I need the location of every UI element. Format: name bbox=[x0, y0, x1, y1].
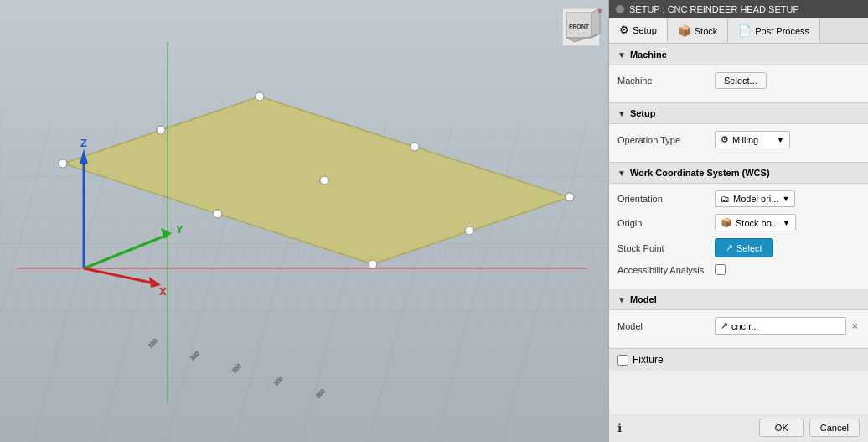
fixture-checkbox[interactable] bbox=[617, 355, 628, 366]
select-label: Select bbox=[736, 243, 762, 253]
machine-label: Machine bbox=[617, 75, 710, 86]
svg-point-5 bbox=[59, 159, 67, 168]
svg-point-8 bbox=[369, 260, 377, 268]
model-arrow-icon: ▼ bbox=[617, 295, 626, 304]
setup-section-header[interactable]: ▼ Setup bbox=[609, 102, 868, 124]
orientation-value: Model ori... bbox=[733, 194, 778, 204]
milling-icon: ⚙ bbox=[721, 134, 729, 145]
origin-caret-icon: ▼ bbox=[783, 219, 790, 227]
svg-point-6 bbox=[256, 92, 264, 101]
operation-type-caret-icon: ▼ bbox=[777, 136, 784, 144]
select-icon: ↗ bbox=[726, 242, 733, 253]
machine-control: Select... bbox=[715, 72, 860, 89]
orientation-row: Orientation 🗂 Model ori... ▼ bbox=[617, 190, 860, 207]
model-control: ↗ cnc r... × bbox=[715, 317, 860, 335]
ok-button[interactable]: OK bbox=[759, 419, 804, 437]
tab-bar: ⚙ Setup 📦 Stock 📄 Post Process bbox=[609, 18, 868, 44]
wcs-arrow-icon: ▼ bbox=[617, 169, 626, 178]
svg-point-13 bbox=[320, 176, 328, 185]
panel-titlebar: SETUP : CNC REINDEER HEAD SETUP bbox=[609, 0, 868, 18]
cancel-button[interactable]: Cancel bbox=[809, 419, 860, 437]
origin-icon: 📦 bbox=[721, 217, 732, 228]
model-section-title: Model bbox=[630, 294, 657, 304]
operation-type-row: Operation Type ⚙ Milling ▼ bbox=[617, 131, 860, 148]
bottom-actions: OK Cancel bbox=[759, 419, 860, 437]
setup-section-title: Setup bbox=[630, 108, 656, 118]
operation-type-control: ⚙ Milling ▼ bbox=[715, 131, 860, 148]
wcs-section-content: Orientation 🗂 Model ori... ▼ Origin 📦 St… bbox=[609, 184, 868, 289]
operation-type-value: Milling bbox=[732, 135, 758, 145]
3d-viewport[interactable]: Z Y X 150 200 250 300 350 FRONT × bbox=[0, 0, 608, 442]
accessibility-analysis-control bbox=[715, 264, 860, 275]
tab-setup-label: Setup bbox=[633, 25, 657, 35]
tab-post-process-label: Post Process bbox=[755, 26, 809, 36]
model-section-content: Model ↗ cnc r... × bbox=[609, 310, 868, 348]
setup-section-content: Operation Type ⚙ Milling ▼ bbox=[609, 124, 868, 162]
stock-point-row: Stock Point ↗ Select bbox=[617, 238, 860, 257]
machine-section-content: Machine Select... bbox=[609, 65, 868, 102]
wcs-section-title: Work Coordinate System (WCS) bbox=[630, 168, 770, 178]
model-row: Model ↗ cnc r... × bbox=[617, 317, 860, 335]
svg-point-7 bbox=[566, 193, 574, 201]
svg-text:X: X bbox=[159, 285, 167, 298]
orientation-icon: 🗂 bbox=[721, 194, 730, 204]
fixture-section-title: Fixture bbox=[633, 354, 664, 366]
right-panel: SETUP : CNC REINDEER HEAD SETUP ⚙ Setup … bbox=[608, 0, 868, 442]
machine-select-button[interactable]: Select... bbox=[715, 72, 767, 89]
stock-point-control: ↗ Select bbox=[715, 238, 860, 257]
title-dot bbox=[616, 5, 624, 13]
bottom-bar: ℹ OK Cancel bbox=[609, 413, 868, 442]
svg-text:×: × bbox=[597, 7, 602, 16]
svg-point-11 bbox=[465, 226, 473, 235]
orientation-dropdown[interactable]: 🗂 Model ori... ▼ bbox=[715, 190, 795, 207]
origin-value: Stock bo... bbox=[736, 218, 779, 228]
accessibility-analysis-label: Accessibility Analysis bbox=[617, 265, 710, 275]
svg-point-12 bbox=[214, 210, 222, 218]
origin-row: Origin 📦 Stock bo... ▼ bbox=[617, 214, 860, 231]
svg-text:Y: Y bbox=[176, 223, 183, 236]
accessibility-analysis-checkbox[interactable] bbox=[715, 264, 726, 275]
model-file-icon: ↗ bbox=[721, 320, 728, 331]
model-filename: cnc r... bbox=[731, 321, 758, 331]
model-label: Model bbox=[617, 321, 710, 331]
machine-arrow-icon: ▼ bbox=[617, 50, 626, 60]
svg-point-9 bbox=[157, 126, 165, 134]
tab-stock[interactable]: 📦 Stock bbox=[668, 18, 729, 43]
view-cube[interactable]: FRONT × bbox=[558, 4, 604, 50]
wcs-section-header[interactable]: ▼ Work Coordinate System (WCS) bbox=[609, 162, 868, 184]
panel-title: SETUP : CNC REINDEER HEAD SETUP bbox=[629, 4, 799, 14]
svg-point-10 bbox=[411, 143, 419, 151]
info-icon: ℹ bbox=[617, 421, 622, 434]
tab-stock-label: Stock bbox=[695, 26, 718, 36]
origin-label: Origin bbox=[617, 218, 710, 228]
stock-point-select-button[interactable]: ↗ Select bbox=[715, 238, 773, 257]
orientation-caret-icon: ▼ bbox=[782, 195, 789, 203]
machine-row: Machine Select... bbox=[617, 72, 860, 89]
stock-tab-icon: 📦 bbox=[678, 24, 691, 37]
model-section-header[interactable]: ▼ Model bbox=[609, 289, 868, 310]
origin-dropdown[interactable]: 📦 Stock bo... ▼ bbox=[715, 214, 796, 231]
svg-text:Z: Z bbox=[80, 137, 87, 149]
svg-text:FRONT: FRONT bbox=[569, 23, 590, 29]
operation-type-label: Operation Type bbox=[617, 135, 710, 145]
tab-post-process[interactable]: 📄 Post Process bbox=[728, 18, 820, 43]
orientation-control: 🗂 Model ori... ▼ bbox=[715, 190, 860, 207]
origin-control: 📦 Stock bo... ▼ bbox=[715, 214, 860, 231]
fixture-section-header[interactable]: Fixture bbox=[609, 348, 868, 371]
setup-tab-icon: ⚙ bbox=[619, 23, 629, 36]
machine-section-header[interactable]: ▼ Machine bbox=[609, 44, 868, 65]
stock-point-label: Stock Point bbox=[617, 243, 710, 253]
orientation-label: Orientation bbox=[617, 194, 710, 204]
post-process-tab-icon: 📄 bbox=[738, 24, 752, 37]
setup-arrow-icon: ▼ bbox=[617, 109, 626, 118]
accessibility-analysis-row: Accessibility Analysis bbox=[617, 264, 860, 275]
tab-setup[interactable]: ⚙ Setup bbox=[609, 18, 668, 43]
machine-section-title: Machine bbox=[630, 49, 667, 60]
operation-type-dropdown[interactable]: ⚙ Milling ▼ bbox=[715, 131, 790, 148]
model-remove-button[interactable]: × bbox=[850, 320, 860, 332]
model-value-box: ↗ cnc r... bbox=[715, 317, 846, 335]
